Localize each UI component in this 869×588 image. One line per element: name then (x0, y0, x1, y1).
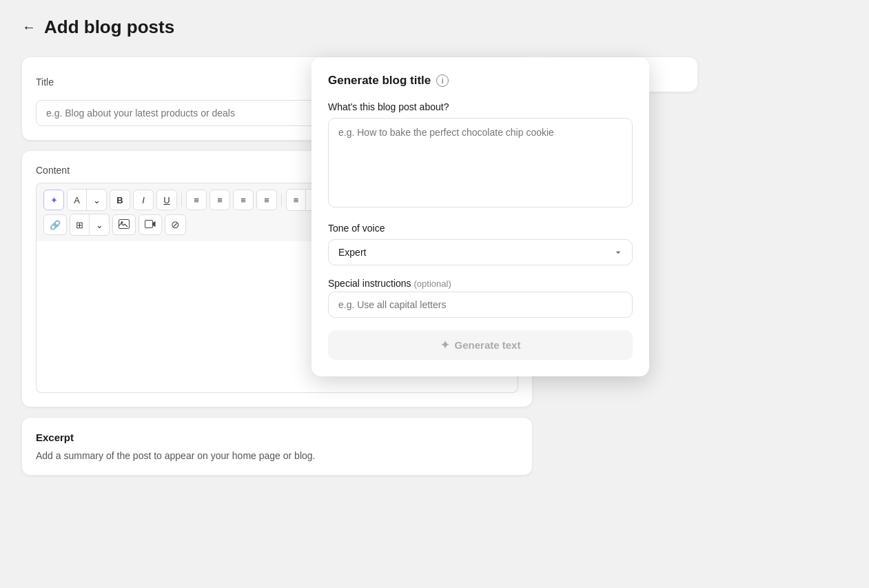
generate-btn-label: Generate text (455, 339, 521, 351)
generate-popup: Generate blog title i What's this blog p… (311, 57, 649, 376)
generate-sparkle-icon: ✦ (440, 338, 449, 352)
list-btn-4[interactable]: ≡ (256, 190, 277, 210)
back-button[interactable]: ← (22, 19, 36, 35)
link-button[interactable]: 🔗 (43, 214, 67, 235)
generate-button[interactable]: ✦ Generate text (328, 330, 633, 360)
align-button[interactable]: ≡ (287, 190, 306, 210)
divider-2 (281, 193, 282, 207)
table-chevron[interactable]: ⌄ (90, 214, 109, 235)
font-group: A ⌄ (67, 189, 107, 211)
special-instructions-input[interactable] (328, 292, 633, 318)
block-icon: ⊘ (171, 219, 180, 231)
page-header: ← Add blog posts (22, 17, 847, 38)
optional-tag: (optional) (414, 278, 451, 289)
list2-icon: ≡ (217, 195, 223, 205)
image-icon (119, 219, 130, 231)
image-button[interactable] (112, 214, 136, 235)
list-btn-2[interactable]: ≡ (209, 190, 230, 210)
table-group: ⊞ ⌄ (70, 214, 110, 236)
link-icon: 🔗 (50, 220, 61, 230)
info-icon[interactable]: i (436, 74, 449, 87)
tone-label: Tone of voice (328, 223, 633, 234)
tone-select[interactable]: Expert Casual Formal Friendly Profession… (328, 239, 633, 265)
popup-title: Generate blog title i (328, 74, 633, 88)
list4-icon: ≡ (264, 195, 269, 205)
popup-title-text: Generate blog title (328, 74, 431, 88)
toolbar-sparkle-icon: ✦ (50, 195, 58, 205)
table-button[interactable]: ⊞ (70, 214, 90, 235)
svg-rect-2 (145, 220, 153, 227)
list1-icon: ≡ (194, 195, 199, 205)
topic-label: What's this blog post about? (328, 101, 633, 112)
excerpt-title: Excerpt (36, 432, 518, 443)
list3-icon: ≡ (241, 195, 246, 205)
underline-icon: U (163, 195, 170, 205)
font-button[interactable]: A (68, 190, 87, 210)
video-icon (145, 219, 156, 231)
bold-button[interactable]: B (110, 190, 130, 210)
video-button[interactable] (139, 214, 162, 235)
toolbar-ai-button[interactable]: ✦ (43, 190, 64, 210)
special-label: Special instructions (optional) (328, 278, 633, 289)
list-btn-3[interactable]: ≡ (233, 190, 254, 210)
topic-textarea[interactable] (328, 118, 633, 207)
excerpt-description: Add a summary of the post to appear on y… (36, 450, 518, 461)
main-layout: Title ✦ Content ✦ A ⌄ (22, 57, 847, 475)
excerpt-card: Excerpt Add a summary of the post to app… (22, 418, 532, 475)
font-chevron[interactable]: ⌄ (87, 190, 106, 210)
page-title: Add blog posts (44, 17, 174, 38)
italic-icon: I (142, 195, 145, 205)
underline-button[interactable]: U (156, 190, 177, 210)
bold-icon: B (116, 195, 123, 205)
title-label: Title (36, 77, 54, 88)
divider-1 (181, 193, 182, 207)
italic-button[interactable]: I (133, 190, 154, 210)
special-label-text: Special instructions (328, 278, 411, 289)
list-btn-1[interactable]: ≡ (186, 190, 207, 210)
block-button[interactable]: ⊘ (165, 214, 186, 235)
